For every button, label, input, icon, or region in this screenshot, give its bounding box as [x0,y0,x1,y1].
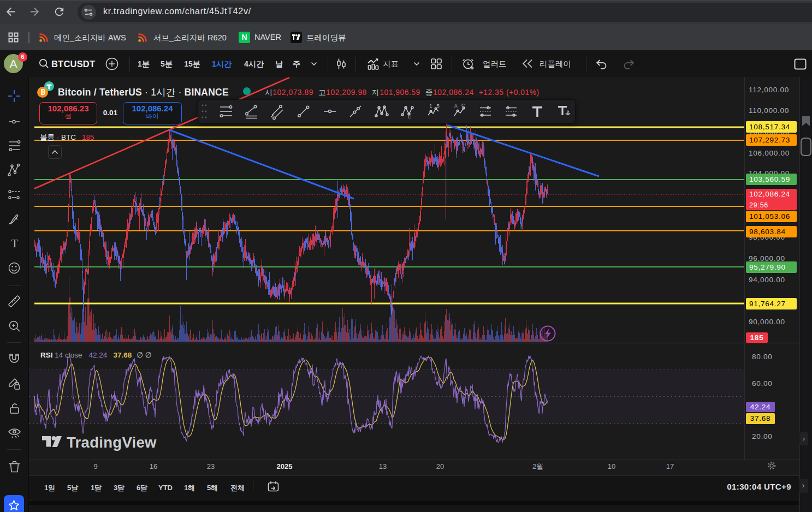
svg-text:TradingView: TradingView [67,434,157,451]
svg-text:C: C [461,103,465,108]
svg-text:1: 1 [430,103,432,109]
svg-text:A: A [454,103,458,109]
svg-text:C: C [408,115,411,120]
svg-text:5: 5 [437,103,440,109]
